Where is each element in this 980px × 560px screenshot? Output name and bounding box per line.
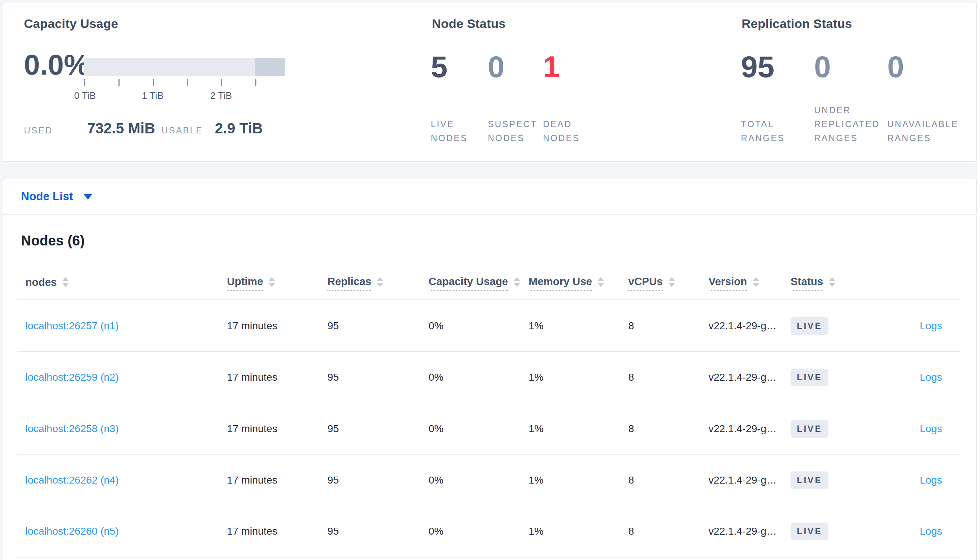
usable-label: USABLE (162, 125, 203, 136)
axis-tick (84, 79, 85, 87)
uptime-cell: 17 minutes (227, 403, 328, 454)
logs-link[interactable]: Logs (920, 525, 942, 537)
status-badge: LIVE (791, 420, 828, 438)
axis-tick (221, 79, 222, 87)
version-cell: v22.1.4-29-g… (709, 300, 791, 351)
logs-link[interactable]: Logs (920, 423, 942, 435)
version-cell: v22.1.4-29-g… (709, 506, 791, 557)
node-link[interactable]: localhost:26262 (n4) (25, 474, 119, 486)
status-badge: LIVE (791, 472, 828, 489)
table-row: localhost:26257 (n1) 17 minutes 95 0% 1%… (17, 300, 960, 352)
memory-use-cell: 1% (528, 352, 628, 403)
version-cell: v22.1.4-29-g… (709, 455, 791, 506)
sort-icon (62, 277, 69, 287)
view-selector-bar: Node List (3, 179, 977, 214)
capacity-usage-bar (84, 58, 285, 76)
total-ranges-label: TOTAL RANGES (741, 117, 800, 145)
axis-tick (255, 79, 256, 87)
uptime-cell: 17 minutes (227, 455, 328, 506)
live-nodes-stat: 5 LIVE NODES (431, 3, 486, 161)
capacity-bar-nonusable-segment (255, 58, 285, 76)
capacity-usage-title: Capacity Usage (24, 17, 118, 31)
suspect-nodes-label: SUSPECT NODES (488, 117, 541, 145)
memory-use-cell: 1% (528, 300, 628, 351)
uptime-cell: 17 minutes (227, 300, 328, 351)
column-header-version[interactable]: Version (709, 261, 791, 300)
column-header-status[interactable]: Status (791, 261, 901, 300)
vcpus-cell: 8 (628, 506, 709, 557)
column-header-memory-use[interactable]: Memory Use (528, 261, 628, 300)
dead-nodes-stat: 1 DEAD NODES (543, 3, 596, 161)
replicas-cell: 95 (328, 403, 428, 454)
dead-nodes-label: DEAD NODES (543, 117, 596, 145)
nodes-table: nodes Uptime Replicas Capacity Usage Mem… (17, 261, 960, 557)
sort-icon (513, 277, 520, 287)
axis-tick (187, 79, 188, 87)
capacity-usage-cell: 0% (428, 352, 528, 403)
table-row: localhost:26260 (n5) 17 minutes 95 0% 1%… (17, 506, 960, 557)
dead-nodes-value: 1 (543, 50, 560, 83)
capacity-usage-section: Capacity Usage 0.0% 0 TiB 1 TiB 2 TiB US… (21, 3, 323, 162)
scrollbar-gutter (977, 0, 980, 560)
sort-icon (753, 277, 759, 287)
live-nodes-value: 5 (431, 50, 448, 83)
version-cell: v22.1.4-29-g… (709, 403, 791, 454)
replicas-cell: 95 (328, 300, 428, 351)
column-header-capacity-usage[interactable]: Capacity Usage (428, 261, 528, 300)
uptime-cell: 17 minutes (227, 352, 328, 403)
sort-icon (829, 277, 835, 287)
axis-tick (119, 79, 120, 87)
capacity-usage-cell: 0% (428, 300, 528, 351)
status-badge: LIVE (791, 523, 828, 540)
nodes-panel: Nodes (6) nodes Uptime Replicas Capacity… (3, 214, 977, 560)
node-link[interactable]: localhost:26260 (n5) (25, 525, 119, 537)
node-link[interactable]: localhost:26259 (n2) (25, 372, 119, 383)
status-badge: LIVE (791, 317, 828, 335)
chevron-down-icon (83, 193, 93, 200)
unavailable-value: 0 (887, 50, 904, 83)
used-value: 732.5 MiB (87, 120, 155, 137)
live-nodes-label: LIVE NODES (431, 117, 486, 145)
usable-value: 2.9 TiB (215, 120, 263, 137)
logs-link[interactable]: Logs (920, 372, 942, 383)
sort-icon (669, 277, 675, 287)
capacity-usage-cell: 0% (428, 455, 528, 506)
under-replicated-ranges-stat: 0 UNDER-REPLICATED RANGES (814, 3, 884, 161)
axis-tick (153, 79, 154, 87)
table-row: localhost:26259 (n2) 17 minutes 95 0% 1%… (17, 352, 960, 403)
capacity-percent-value: 0.0% (24, 48, 89, 82)
sort-icon (377, 277, 383, 287)
column-header-uptime[interactable]: Uptime (227, 261, 328, 300)
unavailable-label: UNAVAILABLE RANGES (887, 117, 961, 145)
unavailable-ranges-stat: 0 UNAVAILABLE RANGES (887, 3, 961, 161)
nodes-section-title: Nodes (6) (21, 233, 85, 249)
vcpus-cell: 8 (628, 455, 709, 506)
suspect-nodes-value: 0 (488, 50, 505, 83)
replicas-cell: 95 (328, 455, 428, 506)
memory-use-cell: 1% (528, 403, 628, 454)
memory-use-cell: 1% (528, 455, 628, 506)
node-link[interactable]: localhost:26257 (n1) (25, 320, 119, 332)
node-list-dropdown[interactable]: Node List (21, 190, 93, 203)
vcpus-cell: 8 (628, 300, 709, 351)
node-link[interactable]: localhost:26258 (n3) (25, 423, 119, 435)
logs-link[interactable]: Logs (920, 474, 942, 486)
node-list-dropdown-label: Node List (21, 190, 73, 203)
column-header-logs-spacer (901, 261, 960, 300)
column-header-replicas[interactable]: Replicas (328, 261, 428, 300)
sort-icon (269, 277, 275, 287)
axis-tick-label: 1 TiB (130, 90, 175, 102)
logs-link[interactable]: Logs (920, 320, 942, 332)
status-badge: LIVE (791, 368, 828, 386)
table-row: localhost:26262 (n4) 17 minutes 95 0% 1%… (17, 455, 960, 506)
used-label: USED (24, 125, 53, 136)
sort-icon (597, 277, 604, 287)
axis-tick-label: 0 TiB (63, 90, 107, 102)
vcpus-cell: 8 (628, 403, 709, 454)
total-ranges-stat: 95 TOTAL RANGES (741, 3, 800, 161)
column-header-vcpus[interactable]: vCPUs (628, 261, 709, 300)
under-replicated-value: 0 (814, 50, 831, 83)
column-header-nodes[interactable]: nodes (17, 261, 227, 300)
memory-use-cell: 1% (528, 506, 628, 557)
vcpus-cell: 8 (628, 352, 709, 403)
